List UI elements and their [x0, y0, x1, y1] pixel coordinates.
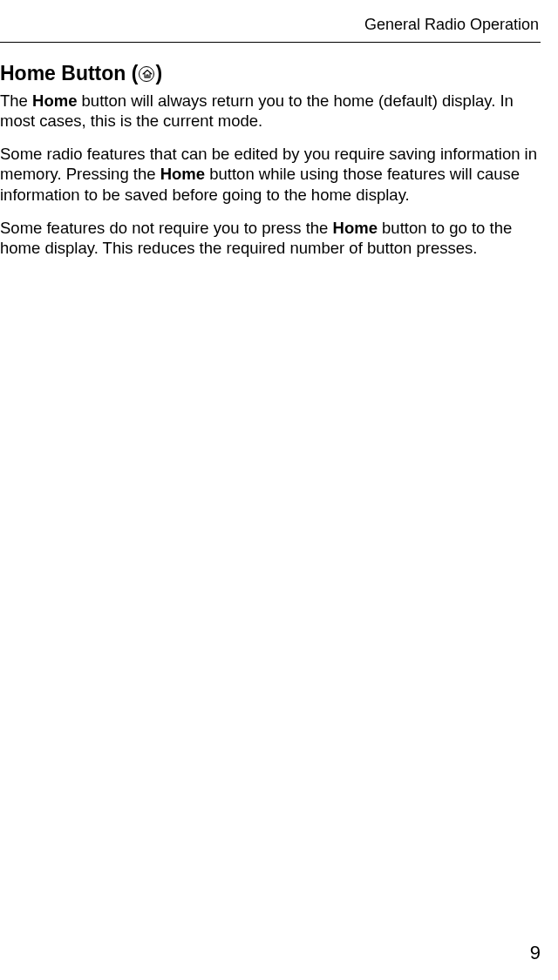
- p3-home-bold: Home: [333, 219, 378, 237]
- paragraph-2: Some radio features that can be edited b…: [0, 144, 541, 204]
- page-number-value: 9: [530, 942, 541, 963]
- paragraph-3: Some features do not require you to pres…: [0, 218, 541, 258]
- page-number: 9: [530, 942, 541, 964]
- title-prefix: Home Button (: [0, 62, 138, 84]
- p1-text-c: button will always return you to the hom…: [0, 91, 514, 130]
- paragraph-1: The Home button will always return you t…: [0, 91, 541, 131]
- header-rule: [0, 42, 541, 43]
- running-title: General Radio Operation: [364, 16, 539, 33]
- home-icon: [139, 66, 154, 82]
- running-header: General Radio Operation: [0, 16, 541, 42]
- p1-home-bold: Home: [32, 91, 77, 110]
- p1-text-a: The: [0, 91, 32, 110]
- title-suffix: ): [155, 62, 162, 84]
- section-title: Home Button (): [0, 62, 541, 85]
- p3-text-a: Some features do not require you to pres…: [0, 219, 333, 237]
- p2-home-bold: Home: [160, 165, 205, 183]
